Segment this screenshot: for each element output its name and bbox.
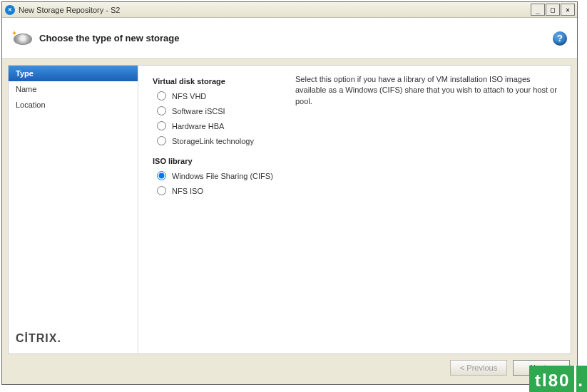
app-icon: [5, 5, 15, 15]
help-icon[interactable]: ?: [553, 31, 567, 46]
minimize-button[interactable]: _: [531, 4, 545, 16]
radio-input-hardware-hba[interactable]: [157, 121, 166, 130]
radio-nfs-iso[interactable]: NFS ISO: [157, 186, 295, 195]
previous-button: < Previous: [450, 360, 507, 376]
radio-hardware-hba[interactable]: Hardware HBA: [157, 121, 295, 130]
radio-nfs-vhd[interactable]: NFS VHD: [157, 91, 295, 100]
wizard-sidebar: Type Name Location CİTRIX.: [9, 66, 138, 354]
description-text: Select this option if you have a library…: [295, 74, 559, 345]
watermark-text: tl80: [529, 366, 574, 392]
radio-label: NFS ISO: [172, 187, 203, 195]
titlebar[interactable]: New Storage Repository - S2 _ □ ✕: [2, 2, 577, 18]
maximize-button[interactable]: □: [546, 4, 560, 16]
virtual-disk-heading: Virtual disk storage: [153, 77, 295, 86]
close-button[interactable]: ✕: [561, 4, 575, 16]
radio-cifs[interactable]: Windows File Sharing (CIFS): [157, 171, 295, 180]
body: Type Name Location CİTRIX. Virtual disk …: [8, 65, 571, 354]
radio-label: StorageLink technology: [172, 137, 254, 145]
storage-icon: ✦: [12, 31, 32, 46]
radio-label: Windows File Sharing (CIFS): [172, 172, 273, 180]
header: ✦ Choose the type of new storage ?: [2, 18, 577, 59]
brand-logo: CİTRIX.: [9, 326, 138, 354]
window-title: New Storage Repository - S2: [19, 6, 531, 14]
radio-input-software-iscsi[interactable]: [157, 106, 166, 115]
radio-input-storagelink[interactable]: [157, 136, 166, 145]
sidebar-item-name[interactable]: Name: [9, 81, 138, 97]
page-title: Choose the type of new storage: [39, 33, 553, 43]
radio-label: NFS VHD: [172, 92, 206, 100]
options-column: Virtual disk storage NFS VHD Software iS…: [153, 74, 295, 345]
radio-input-nfs-iso[interactable]: [157, 186, 166, 195]
radio-input-cifs[interactable]: [157, 171, 166, 180]
watermark-badge: tl80 .: [529, 366, 587, 392]
window-controls: _ □ ✕: [531, 4, 575, 16]
sidebar-item-location[interactable]: Location: [9, 97, 138, 113]
content-area: Virtual disk storage NFS VHD Software iS…: [138, 66, 571, 354]
sidebar-item-type[interactable]: Type: [9, 66, 138, 81]
radio-storagelink[interactable]: StorageLink technology: [157, 136, 295, 145]
footer: < Previous Next >: [2, 354, 577, 381]
radio-software-iscsi[interactable]: Software iSCSI: [157, 106, 295, 115]
radio-input-nfs-vhd[interactable]: [157, 91, 166, 100]
iso-library-heading: ISO library: [153, 157, 295, 165]
dialog-window: New Storage Repository - S2 _ □ ✕ ✦ Choo…: [1, 1, 578, 385]
radio-label: Hardware HBA: [172, 122, 224, 130]
radio-label: Software iSCSI: [172, 107, 225, 115]
